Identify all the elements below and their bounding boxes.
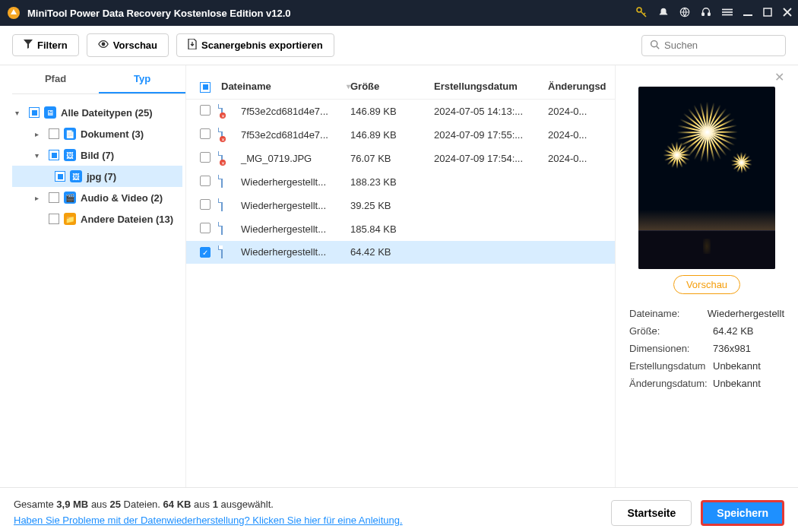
table-row[interactable]: ✕7f53e2cd681d4e7...146.89 KB2024-07-05 1… — [186, 100, 615, 123]
close-icon[interactable] — [783, 8, 792, 19]
file-icon: ✕ — [221, 152, 233, 164]
cell-name: Wiederhergestellt... — [221, 176, 350, 188]
chevron-down-icon: ▾ — [15, 109, 24, 117]
row-checkbox[interactable] — [200, 105, 211, 116]
tree-label: jpg (7) — [87, 171, 116, 182]
checkbox[interactable] — [49, 150, 59, 160]
search-input[interactable] — [641, 35, 786, 56]
preview-label: Vorschau — [113, 40, 157, 51]
meta-label: Dimensionen: — [629, 343, 713, 354]
cell-size: 188.23 KB — [350, 176, 434, 188]
monitor-icon: 🖥 — [44, 106, 56, 119]
file-icon: ✕ — [221, 128, 233, 141]
file-list-panel: Dateiname▾ Größe Erstellungsdatum Änderu… — [185, 65, 616, 487]
tab-path[interactable]: Pfad — [12, 65, 99, 93]
column-created[interactable]: Erstellungsdatum — [434, 81, 548, 92]
cell-name: Wiederhergestellt... — [221, 246, 350, 258]
checkbox[interactable] — [49, 214, 59, 224]
table-row[interactable]: ✕_MG_0719.JPG76.07 KB2024-07-09 17:54:..… — [186, 147, 615, 170]
export-icon — [188, 39, 197, 52]
svg-rect-3 — [702, 12, 705, 15]
row-checkbox[interactable] — [200, 152, 211, 163]
preview-button[interactable]: Vorschau — [87, 33, 169, 57]
key-icon[interactable] — [635, 6, 648, 21]
svg-rect-5 — [722, 8, 733, 10]
cell-created: 2024-07-09 17:54:... — [434, 153, 548, 164]
checkbox[interactable] — [49, 192, 59, 203]
file-icon — [221, 223, 233, 235]
cell-name: ✕7f53e2cd681d4e7... — [221, 105, 350, 117]
export-button[interactable]: Scanergebnis exportieren — [176, 33, 334, 57]
tab-type[interactable]: Typ — [99, 65, 185, 93]
table-row[interactable]: ✓Wiederhergestellt...64.42 KB — [186, 241, 615, 264]
file-icon — [221, 246, 233, 258]
tree-node-image[interactable]: ▾ 🖼 Bild (7) — [12, 144, 182, 166]
home-button[interactable]: Startseite — [611, 500, 692, 526]
globe-icon[interactable] — [679, 7, 690, 20]
tree-node-other[interactable]: 📁 Andere Dateien (13) — [12, 208, 182, 230]
preview-open-button[interactable]: Vorschau — [673, 275, 740, 294]
search-icon — [650, 40, 660, 52]
file-icon — [221, 199, 233, 211]
toolbar: Filtern Vorschau Scanergebnis exportiere… — [0, 26, 798, 65]
tree-node-document[interactable]: ▸ 📄 Dokument (3) — [12, 123, 182, 144]
cell-size: 146.89 KB — [350, 129, 434, 141]
select-all-checkbox[interactable] — [200, 82, 211, 93]
headset-icon[interactable] — [701, 7, 711, 20]
tree-label: Andere Dateien (13) — [81, 214, 173, 225]
jpg-icon: 🖼 — [70, 170, 82, 182]
tree-label: Audio & Video (2) — [81, 192, 163, 204]
folder-icon: 📁 — [64, 213, 76, 225]
row-checkbox[interactable] — [200, 223, 211, 233]
table-row[interactable]: ✕7f53e2cd681d4e7...146.89 KB2024-07-09 1… — [186, 123, 615, 147]
table-body: ✕7f53e2cd681d4e7...146.89 KB2024-07-05 1… — [186, 100, 615, 264]
tree-label: Alle Dateitypen (25) — [61, 107, 153, 119]
checkbox[interactable] — [49, 128, 59, 139]
checkbox[interactable] — [55, 171, 65, 182]
minimize-icon[interactable] — [743, 8, 752, 19]
title-bar: MiniTool Power Data Recovery Kostenlose … — [0, 0, 798, 26]
menu-icon[interactable] — [722, 7, 733, 20]
table-header: Dateiname▾ Größe Erstellungsdatum Änderu… — [186, 74, 615, 100]
tree-node-all[interactable]: ▾ 🖥 Alle Dateitypen (25) — [12, 102, 182, 123]
filter-label: Filtern — [37, 40, 68, 51]
cell-modified: 2024-0... — [548, 106, 601, 117]
checkbox[interactable] — [29, 107, 40, 118]
row-checkbox[interactable] — [200, 199, 211, 210]
cell-name: ✕7f53e2cd681d4e7... — [221, 128, 350, 141]
row-checkbox[interactable] — [200, 128, 211, 139]
meta-label: Erstellungsdatum — [629, 360, 713, 372]
tree-node-audiovideo[interactable]: ▸ 🎬 Audio & Video (2) — [12, 187, 182, 208]
cell-size: 185.84 KB — [350, 223, 434, 235]
svg-rect-7 — [722, 14, 733, 15]
image-icon: 🖼 — [64, 149, 76, 161]
table-row[interactable]: Wiederhergestellt...188.23 KB — [186, 170, 615, 194]
column-size[interactable]: Größe — [350, 81, 434, 92]
filter-button[interactable]: Filtern — [12, 34, 79, 56]
cell-modified: 2024-0... — [548, 153, 601, 164]
row-checkbox[interactable] — [200, 176, 211, 186]
meta-value: Unbekannt — [713, 360, 761, 372]
column-modified[interactable]: Änderungsd — [548, 81, 601, 92]
bell-icon[interactable] — [658, 7, 669, 20]
chevron-right-icon: ▸ — [35, 194, 44, 202]
file-icon: ✕ — [221, 105, 233, 117]
svg-rect-8 — [743, 14, 752, 16]
search-field[interactable] — [664, 40, 777, 51]
meta-label: Größe: — [629, 325, 713, 337]
cell-name: Wiederhergestellt... — [221, 223, 350, 235]
help-link[interactable]: Haben Sie Probleme mit der Datenwiederhe… — [14, 515, 403, 526]
app-logo-icon — [6, 5, 21, 21]
row-checkbox[interactable]: ✓ — [200, 247, 211, 258]
column-name[interactable]: Dateiname▾ — [221, 81, 350, 92]
table-row[interactable]: Wiederhergestellt...185.84 KB — [186, 217, 615, 241]
table-row[interactable]: Wiederhergestellt...39.25 KB — [186, 194, 615, 217]
tree-node-jpg[interactable]: 🖼 jpg (7) — [12, 166, 182, 187]
cell-created: 2024-07-09 17:55:... — [434, 129, 548, 141]
window-title: MiniTool Power Data Recovery Kostenlose … — [27, 8, 635, 19]
audio-video-icon: 🎬 — [64, 192, 76, 204]
close-preview-icon[interactable]: ✕ — [774, 70, 784, 84]
cell-size: 64.42 KB — [350, 246, 434, 258]
maximize-icon[interactable] — [763, 8, 772, 19]
save-button[interactable]: Speichern — [701, 500, 784, 526]
